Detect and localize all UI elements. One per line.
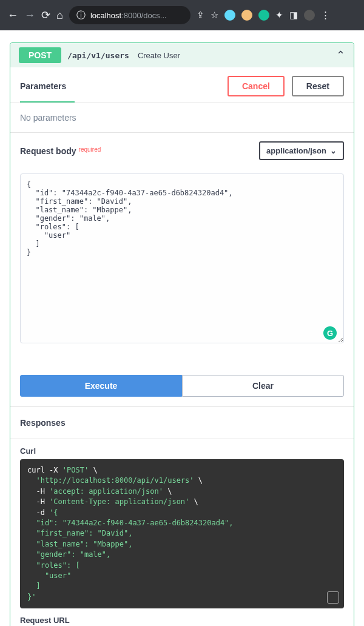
reset-button[interactable]: Reset	[292, 76, 344, 96]
endpoint-summary: Create User	[138, 51, 180, 60]
curl-block[interactable]: curl -X 'POST' \ 'http://localhost:8000/…	[20, 459, 344, 608]
required-badge: required	[79, 146, 101, 153]
chevron-up-icon[interactable]: ⌃	[336, 49, 345, 62]
extension-icon[interactable]	[241, 10, 252, 21]
parameters-header: Parameters Cancel Reset	[10, 67, 354, 105]
content-type-select[interactable]: application/json ⌄	[259, 141, 344, 160]
sidepanel-icon[interactable]: ◨	[289, 10, 298, 21]
no-parameters-text: No parameters	[10, 103, 354, 132]
request-body-title: Request bodyrequired	[20, 146, 101, 156]
reload-icon[interactable]: ⟳	[41, 8, 50, 22]
grammarly-badge-icon[interactable]: G	[323, 326, 337, 340]
url-text: localhost:8000/docs...	[90, 11, 167, 20]
curl-label: Curl	[20, 439, 344, 459]
endpoint-panel: POST /api/v1/users Create User ⌃ Paramet…	[10, 42, 354, 626]
forward-icon[interactable]: →	[24, 9, 35, 22]
react-devtools-icon[interactable]	[224, 10, 235, 21]
responses-title: Responses	[10, 407, 354, 439]
grammarly-icon[interactable]	[258, 10, 269, 21]
request-body-area: G	[10, 169, 354, 363]
cancel-button[interactable]: Cancel	[228, 76, 285, 96]
method-badge: POST	[19, 47, 61, 63]
page-content: POST /api/v1/users Create User ⌃ Paramet…	[0, 30, 364, 626]
execute-row: Execute Clear	[10, 363, 354, 406]
back-icon[interactable]: ←	[7, 9, 18, 22]
request-url-label: Request URL	[20, 608, 344, 626]
profile-avatar[interactable]	[304, 10, 315, 21]
request-body-textarea[interactable]	[20, 173, 344, 343]
endpoint-path: /api/v1/users	[67, 51, 129, 60]
request-body-header: Request bodyrequired application/json ⌄	[10, 133, 354, 169]
info-icon[interactable]: ⓘ	[76, 10, 86, 21]
browser-toolbar: ← → ⟳ ⌂ ⓘ localhost:8000/docs... ⇪ ☆ ✦ ◨…	[0, 0, 364, 30]
parameters-title: Parameters	[20, 81, 66, 91]
execute-button[interactable]: Execute	[20, 375, 182, 397]
endpoint-header[interactable]: POST /api/v1/users Create User ⌃	[10, 43, 354, 67]
address-bar[interactable]: ⓘ localhost:8000/docs...	[69, 6, 190, 24]
responses-body: Curl curl -X 'POST' \ 'http://localhost:…	[10, 439, 354, 626]
extensions-icon[interactable]: ✦	[275, 10, 283, 21]
menu-icon[interactable]: ⋮	[321, 10, 330, 21]
bookmark-icon[interactable]: ☆	[211, 10, 218, 21]
chevron-down-icon: ⌄	[330, 146, 337, 155]
copy-icon[interactable]	[327, 591, 339, 604]
share-icon[interactable]: ⇪	[197, 10, 204, 21]
home-icon[interactable]: ⌂	[56, 9, 63, 22]
clear-button[interactable]: Clear	[182, 375, 344, 397]
